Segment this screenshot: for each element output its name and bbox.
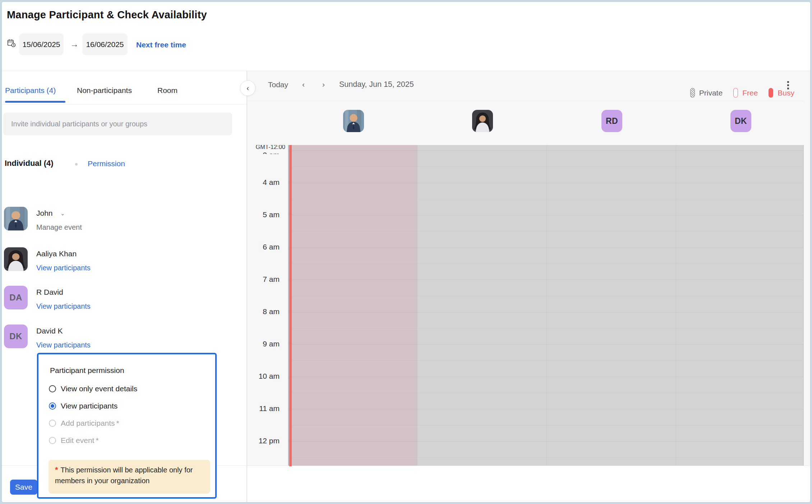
radio-icon-checked[interactable] [49,402,56,410]
individual-count-label: Individual (4) [5,159,54,168]
permission-note: *This permission will be applicable only… [49,460,210,494]
column-davidk[interactable] [676,145,804,466]
legend-busy: Busy [769,88,794,98]
prev-day-icon[interactable]: ‹ [302,80,305,89]
hour-label-clipped: 3 am [263,151,280,154]
participant-name: Aaliya Khan [36,249,77,258]
column-avatar-photo-man [343,110,364,132]
hour-label: 9 am [263,340,280,348]
participant-permission-popup: Participant permission View only event d… [37,353,217,499]
hour-label: 7 am [263,275,280,284]
hour-line [289,441,803,442]
half-hour-line [289,360,803,361]
calendar-footer [247,466,810,502]
today-button[interactable]: Today [268,80,288,89]
participant-row-rdavid: DA R David View participants [2,286,246,311]
column-avatar-initials-dk: DK [730,110,751,132]
hour-line [289,215,803,215]
busy-pill-icon [769,88,773,98]
view-participants-link[interactable]: View participants [36,302,91,311]
half-hour-line [289,425,803,425]
page-title: Manage Participant & Check Availability [7,9,207,21]
half-hour-line [289,199,803,199]
participant-row-john: John ⌄ Manage event [2,207,246,232]
tab-non-participants[interactable]: Non-participants [77,86,132,95]
avatar-photo-man [4,207,28,230]
hour-line [289,150,803,151]
end-date-input[interactable]: 16/06/2025 [82,33,128,55]
column-avatar-photo-woman [472,110,493,132]
column-rdavid[interactable] [546,145,676,466]
hour-label: 10 am [259,372,280,381]
radio-view-only-event-details[interactable]: View only event details [38,384,215,395]
hour-label: 8 am [263,307,280,316]
view-participants-link[interactable]: View participants [36,341,91,349]
hour-line [289,280,803,280]
active-tab-underline [5,101,65,103]
legend-label: Private [699,89,723,97]
invite-participants-input[interactable] [3,113,232,135]
avatar-photo-woman [4,247,28,271]
availability-legend: Private Free Busy [690,88,794,98]
view-participants-link[interactable]: View participants [36,264,91,272]
start-date-input[interactable]: 15/06/2025 [19,33,64,55]
next-free-time-link[interactable]: Next free time [136,41,186,49]
tab-room[interactable]: Room [157,86,177,95]
column-avatar-initials-rd: RD [601,110,622,132]
chevron-left-icon: ‹ [246,84,249,92]
hour-line [289,344,803,345]
private-pill-icon [690,88,695,98]
participant-role-label: Manage event [36,223,82,232]
calendar-panel: Today ‹ › Sunday, Jun 15, 2025 [247,71,810,502]
radio-add-participants: Add participants* [38,419,215,429]
legend-label: Busy [778,89,794,97]
hour-line [289,183,803,183]
tab-participants[interactable]: Participants (4) [5,86,56,95]
asterisk-icon: * [55,465,58,474]
column-busy-john[interactable] [289,145,417,466]
current-time-indicator [289,145,292,466]
column-avatars-row: RD DK [247,101,804,145]
timezone-label: GMT-12:00 [255,145,285,151]
hour-label: 4 am [263,178,280,187]
half-hour-line [289,457,803,458]
calendar-clock-icon [7,38,16,48]
hour-line [289,247,803,248]
panel-tabs: Participants (4) Non-participants Room [2,71,246,104]
hour-line [289,312,803,312]
legend-private: Private [690,88,723,98]
half-hour-line [289,296,803,296]
radio-icon-disabled [49,437,56,444]
participant-name: David K [36,327,63,335]
legend-label: Free [742,89,758,97]
radio-view-participants[interactable]: View participants [38,402,215,412]
next-day-icon[interactable]: › [322,80,325,89]
availability-window: Manage Participant & Check Availability … [1,1,811,503]
chevron-down-icon[interactable]: ⌄ [60,210,65,217]
hour-label: 12 pm [259,437,280,445]
half-hour-line [289,231,803,232]
participant-name: John [36,209,53,218]
participant-name: R David [36,288,63,297]
availability-grid[interactable]: GMT-12:00 3 am 4 am 5 am 6 am 7 am 8 am … [247,145,804,466]
top-header: Manage Participant & Check Availability … [2,2,810,71]
calendar-date-label: Sunday, Jun 15, 2025 [339,80,414,89]
permission-link[interactable]: Permission [88,159,125,168]
legend-free: Free [733,88,758,98]
save-button[interactable]: Save [10,480,37,495]
hour-line [289,377,803,377]
half-hour-line [289,328,803,328]
half-hour-line [289,393,803,393]
half-hour-line [289,167,803,167]
hour-line [289,409,803,409]
individual-header-row: Individual (4) Permission [2,159,246,169]
avatar-initials: DA [4,286,28,309]
hour-label: 6 am [263,243,280,251]
radio-icon[interactable] [49,385,56,392]
popup-title: Participant permission [50,366,124,375]
day-columns[interactable] [288,145,804,466]
column-aaliya[interactable] [417,145,546,466]
collapse-panel-button[interactable]: ‹ [240,80,255,96]
radio-edit-event: Edit event* [38,436,215,446]
separator-dot [75,163,78,165]
